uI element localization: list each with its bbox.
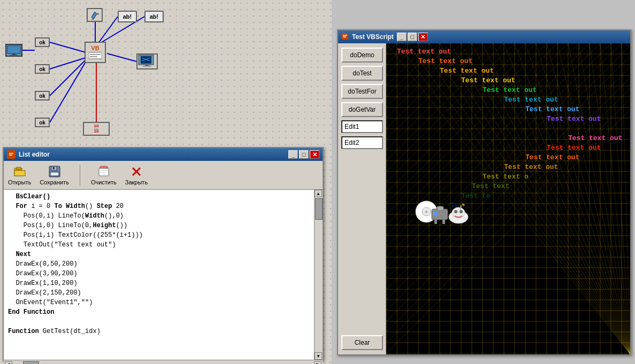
test-sidebar: doDemo doTest doTestFor doGetVar Clear xyxy=(338,43,386,354)
node-pc[interactable] xyxy=(136,53,158,69)
test-window-controls: _ □ ✕ xyxy=(397,33,428,41)
svg-rect-27 xyxy=(17,167,21,169)
toolbar-separator xyxy=(80,165,80,186)
toolbar-close-icon xyxy=(130,165,143,178)
list-editor-title: List editor xyxy=(19,151,285,158)
node-pen[interactable] xyxy=(87,8,103,22)
svg-line-133 xyxy=(590,43,630,354)
node-ab-1[interactable]: ab! xyxy=(118,11,137,22)
svg-rect-14 xyxy=(89,52,102,59)
svg-rect-19 xyxy=(145,65,149,66)
svg-point-164 xyxy=(454,210,457,213)
toolbar-save[interactable]: Сохранить xyxy=(40,165,69,185)
do-test-for-button[interactable]: doTestFor xyxy=(341,84,383,99)
test-body: doDemo doTest doTestFor doGetVar Clear T… xyxy=(338,43,630,354)
minimize-button[interactable]: _ xyxy=(288,150,298,159)
svg-line-121 xyxy=(525,43,630,354)
svg-line-96 xyxy=(386,43,397,54)
canvas-wires xyxy=(0,0,332,144)
canvas-text-line: Test text out xyxy=(525,153,579,161)
svg-rect-38 xyxy=(342,33,348,40)
scrollbar-thumb[interactable] xyxy=(315,198,323,220)
svg-line-8 xyxy=(107,53,136,61)
test-close-button[interactable]: ✕ xyxy=(418,33,428,41)
svg-rect-161 xyxy=(433,212,438,215)
svg-rect-11 xyxy=(12,54,16,55)
node-ok-1[interactable]: ok xyxy=(35,37,50,47)
canvas-icon-2 xyxy=(445,201,472,228)
svg-rect-12 xyxy=(10,55,17,55)
canvas-text-line: Test text xyxy=(472,182,509,190)
svg-rect-10 xyxy=(7,46,20,54)
close-label: Закрыть xyxy=(125,179,148,185)
test-title-icon xyxy=(341,33,349,42)
node-ok-2[interactable]: ok xyxy=(35,64,50,74)
canvas-text-line: Test te xyxy=(461,192,491,200)
canvas-text-line: Test text out xyxy=(440,67,494,75)
list-editor-window: List editor _ □ ✕ Открыть xyxy=(3,147,324,361)
clear-icon xyxy=(97,165,110,178)
canvas-text-line: Test text out xyxy=(483,86,537,94)
save-icon xyxy=(48,165,61,178)
svg-text:+: + xyxy=(425,209,428,215)
list-editor-titlebar: List editor _ □ ✕ xyxy=(4,148,323,161)
svg-rect-31 xyxy=(50,172,59,176)
edit1-input[interactable] xyxy=(341,120,383,133)
test-title: Test VBScript xyxy=(352,33,394,41)
canvas-text-line: Test text out xyxy=(568,134,622,142)
test-vbscript-window: Test VBScript _ □ ✕ doDemo doTest doTest… xyxy=(337,29,631,355)
svg-rect-20 xyxy=(143,66,151,67)
node-ab-2[interactable]: ab! xyxy=(144,11,164,22)
test-minimize-button[interactable]: _ xyxy=(397,33,407,41)
node-monitor[interactable] xyxy=(5,44,22,57)
do-get-var-button[interactable]: doGetVar xyxy=(341,102,383,117)
clear-label: Очистить xyxy=(91,179,117,185)
open-icon xyxy=(13,165,26,178)
canvas-text-line: Test text out xyxy=(418,57,472,65)
svg-line-3 xyxy=(50,62,86,122)
edit2-input[interactable] xyxy=(341,136,383,149)
canvas-text-line: Test text out xyxy=(461,76,515,84)
maximize-button[interactable]: □ xyxy=(299,150,309,159)
node-ok-4[interactable]: ok xyxy=(35,118,50,127)
toolbar-open[interactable]: Открыть xyxy=(8,165,31,185)
node-ok-3[interactable]: ok xyxy=(35,91,50,100)
svg-line-131 xyxy=(579,43,630,354)
list-editor-toolbar: Открыть Сохранить xyxy=(4,161,323,190)
vertical-scrollbar[interactable]: ▲ ▼ xyxy=(314,190,323,360)
node-vb[interactable]: VB xyxy=(85,42,106,63)
svg-line-1 xyxy=(50,58,86,69)
save-label: Сохранить xyxy=(40,179,69,185)
svg-line-139 xyxy=(622,43,630,354)
horizontal-scrollbar[interactable]: ◄ ► xyxy=(4,360,323,364)
svg-line-129 xyxy=(568,43,630,354)
svg-rect-28 xyxy=(14,171,25,176)
canvas-text-line: Test text o xyxy=(483,173,529,181)
list-editor-icon xyxy=(7,150,16,159)
clear-button[interactable]: Clear xyxy=(341,335,383,350)
node-io[interactable]: 10 10 xyxy=(83,122,110,136)
canvas-text-line: Test text out xyxy=(525,105,579,113)
toolbar-clear[interactable]: Очистить xyxy=(91,165,117,185)
svg-rect-18 xyxy=(141,56,151,64)
svg-line-137 xyxy=(611,43,630,354)
svg-point-163 xyxy=(452,207,465,218)
canvas-text-line: Test text out xyxy=(397,48,451,56)
test-maximize-button[interactable]: □ xyxy=(408,33,417,41)
svg-line-123 xyxy=(536,43,630,354)
do-demo-button[interactable]: doDemo xyxy=(341,48,383,63)
do-test-button[interactable]: doTest xyxy=(341,66,383,81)
test-titlebar: Test VBScript _ □ ✕ xyxy=(338,30,630,43)
svg-line-0 xyxy=(50,42,86,52)
canvas-text-line: Test text out xyxy=(547,115,601,123)
svg-rect-32 xyxy=(53,167,55,169)
editor-content: BsClear() For i = 0 To Width() Step 20 P… xyxy=(4,190,323,360)
svg-line-2 xyxy=(50,60,86,96)
close-button[interactable]: ✕ xyxy=(310,150,319,159)
open-label: Открыть xyxy=(8,179,31,185)
h-scrollbar-thumb[interactable] xyxy=(23,361,39,365)
svg-rect-33 xyxy=(99,168,109,176)
list-editor-controls: _ □ ✕ xyxy=(288,150,319,159)
code-editor[interactable]: BsClear() For i = 0 To Width() Step 20 P… xyxy=(4,190,314,360)
toolbar-close[interactable]: Закрыть xyxy=(125,165,148,185)
